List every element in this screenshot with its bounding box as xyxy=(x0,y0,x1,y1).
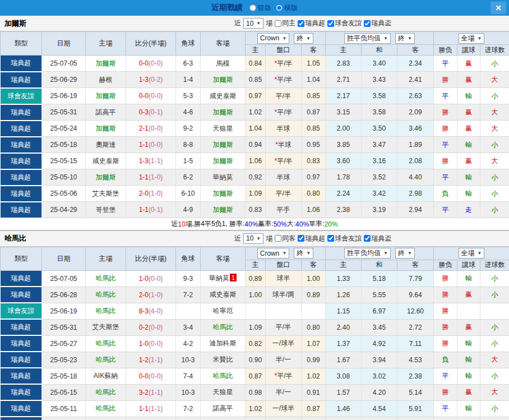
avg-select[interactable]: 胜平负均值▼ xyxy=(344,33,391,44)
summary-text: 單率: xyxy=(309,219,324,229)
avg-away-cell: 5.14 xyxy=(397,384,434,400)
same-home-checkbox-option[interactable]: 同主 xyxy=(275,19,295,28)
same-away-label: 同客 xyxy=(282,234,295,243)
result-goals-cell xyxy=(480,303,509,319)
league-cup-label: 瑞典盃 xyxy=(371,19,391,28)
league-filter-super[interactable]: 瑞典超 xyxy=(298,234,325,243)
summary-text: 40% xyxy=(244,220,258,228)
bookmaker-select[interactable]: Crown▼ xyxy=(257,248,290,259)
close-button[interactable]: ✕ xyxy=(491,2,506,14)
col-odds-home: 主 xyxy=(246,260,266,270)
col-away: 客場 xyxy=(201,32,246,56)
same-away-checkbox-option[interactable]: 同客 xyxy=(275,234,295,243)
col-handicap: 盤口 xyxy=(266,45,302,56)
home-team-cell: 奧斯達 xyxy=(86,417,126,420)
handicap-cell: 一/球半 xyxy=(266,400,302,417)
league-filter-super[interactable]: 瑞典超 xyxy=(298,19,325,28)
home-team-cell: 哈馬比 xyxy=(86,303,126,319)
avg-away-cell: 9.64 xyxy=(397,287,434,303)
away-team-cell: 華納莫1 xyxy=(201,270,246,287)
match-count-select[interactable]: 10▼ xyxy=(243,233,263,244)
corner-cell: 4-6 xyxy=(176,104,201,121)
avg-draw-cell: 3.43 xyxy=(362,72,397,88)
scope-select[interactable]: 全場▼ xyxy=(459,33,485,44)
avg-select[interactable]: 胜平负均值▼ xyxy=(344,248,391,259)
match-count-select[interactable]: 10▼ xyxy=(243,18,263,29)
away-team-results-table: 類型 日期 主場 比分(半場) 角球 客場 Crown▼ 終▼ 胜平负均值▼ 終… xyxy=(0,247,509,420)
avg-away-cell: 2.08 xyxy=(397,153,434,169)
league-type-badge: 球會友誼 xyxy=(1,88,42,104)
odds-away-cell: 0.83 xyxy=(302,153,326,169)
league-filter-cup[interactable]: 瑞典盃 xyxy=(364,19,391,28)
score-cell: 0-0(0-0) xyxy=(126,368,176,384)
league-cup-checkbox[interactable] xyxy=(364,20,371,27)
league-super-checkbox[interactable] xyxy=(298,20,304,27)
avg-home-cell: 1.37 xyxy=(326,335,362,352)
avg-value: 胜平负均值 xyxy=(347,248,381,258)
match-row: 瑞典超25-06-28哈馬比2-0(1-0)7-2咸史泰斯1.00球半/两0.8… xyxy=(1,287,509,303)
same-away-checkbox[interactable] xyxy=(275,235,281,242)
star-marker: * xyxy=(274,76,277,84)
chevron-down-icon: ▼ xyxy=(256,236,261,241)
layout-horizontal-option[interactable]: 橫版 xyxy=(276,3,298,13)
bookmaker-value: Crown xyxy=(260,34,280,42)
handicap-cell: 平手 xyxy=(266,202,302,218)
odds-away-cell: 1.07 xyxy=(302,335,326,352)
result-goals-cell: 大 xyxy=(480,72,509,88)
layout-horizontal-radio[interactable] xyxy=(276,4,283,11)
avg-draw-cell: 3.40 xyxy=(362,56,397,72)
layout-vertical-option[interactable]: 豎版 xyxy=(249,3,271,13)
league-friendly-checkbox[interactable] xyxy=(327,235,334,242)
avg-home-cell: 1.67 xyxy=(326,352,362,368)
result-handicap-cell: 走 xyxy=(457,202,480,218)
star-marker: * xyxy=(274,157,277,165)
away-team-cell: 米贊比 xyxy=(201,352,246,368)
odds-home-cell: 1.09 xyxy=(246,186,266,202)
odds-final-select[interactable]: 終▼ xyxy=(294,248,313,259)
score-cell: 1-1(1-0) xyxy=(126,169,176,186)
home-team-cell: 諾高平 xyxy=(86,104,126,121)
summary-text: 赢率: xyxy=(258,219,273,229)
date-cell: 25-05-15 xyxy=(42,384,86,400)
avg-home-cell: 1.57 xyxy=(326,384,362,400)
league-friendly-checkbox[interactable] xyxy=(327,20,334,27)
odds-final-value: 終 xyxy=(297,34,303,43)
col-score: 比分(半場) xyxy=(126,32,176,56)
scope-select[interactable]: 全場▼ xyxy=(459,248,485,259)
match-row: 瑞典超25-05-27哈馬比1-0(0-0)4-2迪加科斯0.82一/球半1.0… xyxy=(1,335,509,352)
odds-home-cell: 1.00 xyxy=(246,287,266,303)
league-super-checkbox[interactable] xyxy=(298,235,304,242)
odds-home-cell: 1.02 xyxy=(246,400,266,417)
avg-home-cell: 2.00 xyxy=(326,121,362,137)
home-team-results-table: 類型 日期 主場 比分(半場) 角球 客場 Crown▼ 終▼ 胜平负均值▼ 終… xyxy=(0,31,509,219)
same-home-checkbox[interactable] xyxy=(275,20,281,27)
avg-final-select[interactable]: 終▼ xyxy=(395,33,415,44)
league-filter-friendly[interactable]: 球會友誼 xyxy=(327,19,362,28)
league-filter-cup[interactable]: 瑞典盃 xyxy=(364,234,391,243)
avg-final-select[interactable]: 終▼ xyxy=(395,248,415,259)
away-team-cell: 哈馬比 xyxy=(201,368,246,384)
corner-cell: 5-3 xyxy=(176,88,201,104)
layout-vertical-radio[interactable] xyxy=(249,4,256,11)
bookmaker-select[interactable]: Crown▼ xyxy=(257,33,290,44)
league-filter-friendly[interactable]: 球會友誼 xyxy=(327,234,362,243)
col-avg-home: 主 xyxy=(326,45,362,56)
home-team-cell: 艾夫斯堡 xyxy=(86,186,126,202)
league-cup-checkbox[interactable] xyxy=(364,235,371,242)
home-team-cell: 奧斯達 xyxy=(86,137,126,153)
score-cell: 3-2(1-1) xyxy=(126,384,176,400)
odds-home-cell: 1.09 xyxy=(246,319,266,335)
match-row: 瑞典超25-05-15咸史泰斯1-3(1-1)1-5加爾斯1.06*平/半0.8… xyxy=(1,153,509,169)
chevron-down-icon: ▼ xyxy=(306,251,311,256)
chevron-down-icon: ▼ xyxy=(383,36,388,41)
result-goals-cell: 大 xyxy=(480,121,509,137)
home-team-cell: 加爾斯 xyxy=(86,88,126,104)
avg-home-cell: 2.17 xyxy=(326,88,362,104)
away-team-cell: 哈寧厄 xyxy=(201,303,246,319)
avg-controls: 胜平负均值▼ 終▼ xyxy=(326,247,434,260)
page-title: 近期戰績 xyxy=(211,3,243,13)
result-goals-cell: 大 xyxy=(480,417,509,420)
score-cell: 1-3(1-1) xyxy=(126,153,176,169)
odds-final-select[interactable]: 終▼ xyxy=(294,33,313,44)
summary-text: 40% xyxy=(295,220,309,228)
